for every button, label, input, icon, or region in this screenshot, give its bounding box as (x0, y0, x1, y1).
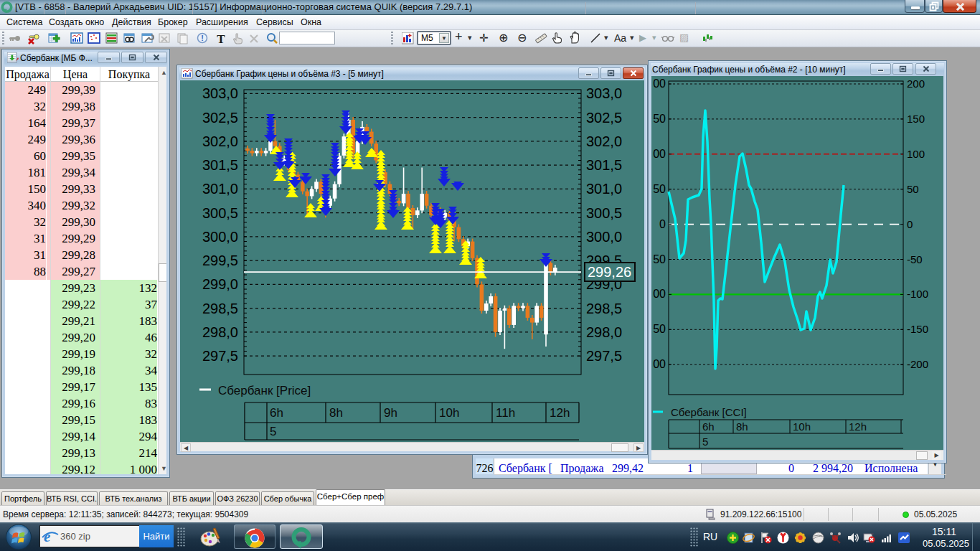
svg-text:300,0: 300,0 (586, 229, 622, 245)
svg-text:12h: 12h (849, 420, 867, 433)
svg-text:10h: 10h (793, 420, 811, 433)
svg-text:5: 5 (270, 425, 276, 438)
svg-text:298,5: 298,5 (202, 301, 238, 316)
svg-text:8h: 8h (329, 406, 343, 420)
svg-text:302,5: 302,5 (586, 110, 622, 126)
svg-text:9h: 9h (384, 406, 397, 420)
svg-text:50: 50 (653, 323, 666, 335)
svg-text:300,0: 300,0 (202, 229, 238, 245)
svg-text:6h: 6h (702, 420, 715, 433)
svg-text:301,5: 301,5 (586, 157, 622, 173)
svg-text:6h: 6h (270, 406, 283, 420)
svg-text:-150: -150 (907, 323, 928, 335)
svg-text:00: 00 (653, 288, 666, 300)
svg-text:Сбербанк [CCI]: Сбербанк [CCI] (671, 406, 747, 418)
svg-text:!: ! (201, 34, 204, 42)
svg-text:150: 150 (907, 113, 925, 125)
svg-text:-50: -50 (907, 253, 923, 265)
svg-text:298,0: 298,0 (586, 324, 622, 340)
svg-text:-100: -100 (907, 288, 928, 300)
svg-text:299,26: 299,26 (588, 264, 631, 280)
svg-text:297,5: 297,5 (586, 348, 622, 364)
svg-text:0: 0 (659, 218, 666, 230)
svg-text:10h: 10h (439, 406, 459, 420)
svg-text:12h: 12h (550, 406, 570, 420)
svg-text:200: 200 (907, 77, 925, 90)
svg-text:298,5: 298,5 (586, 301, 622, 316)
svg-text:Сбербанк [Price]: Сбербанк [Price] (218, 384, 311, 397)
svg-text:00: 00 (653, 358, 666, 370)
svg-text:299,5: 299,5 (202, 253, 238, 268)
svg-text:301,0: 301,0 (202, 181, 238, 197)
svg-text:50: 50 (907, 183, 919, 195)
svg-text:8h: 8h (736, 420, 748, 433)
svg-text:302,0: 302,0 (586, 133, 622, 149)
svg-text:300,5: 300,5 (586, 205, 622, 221)
svg-text:303,0: 303,0 (202, 85, 238, 101)
svg-text:0: 0 (907, 218, 913, 230)
svg-text:100: 100 (907, 148, 925, 160)
svg-text:50: 50 (653, 253, 666, 265)
svg-text:299,0: 299,0 (202, 276, 238, 292)
svg-text:00: 00 (653, 77, 666, 90)
svg-text:298,0: 298,0 (202, 324, 238, 340)
svg-text:301,5: 301,5 (202, 157, 238, 173)
svg-text:11h: 11h (496, 406, 515, 420)
svg-text:T: T (217, 32, 225, 45)
svg-text:303,0: 303,0 (586, 85, 622, 101)
svg-text:301,0: 301,0 (586, 181, 622, 197)
svg-text:302,0: 302,0 (202, 133, 238, 149)
svg-text:302,5: 302,5 (202, 110, 238, 126)
svg-text:50: 50 (653, 113, 666, 125)
svg-text:50: 50 (653, 183, 666, 195)
svg-text:297,5: 297,5 (202, 348, 238, 364)
svg-text:00: 00 (653, 148, 666, 160)
svg-text:5: 5 (702, 435, 708, 448)
svg-text:-200: -200 (907, 358, 928, 370)
svg-text:300,5: 300,5 (202, 205, 238, 221)
